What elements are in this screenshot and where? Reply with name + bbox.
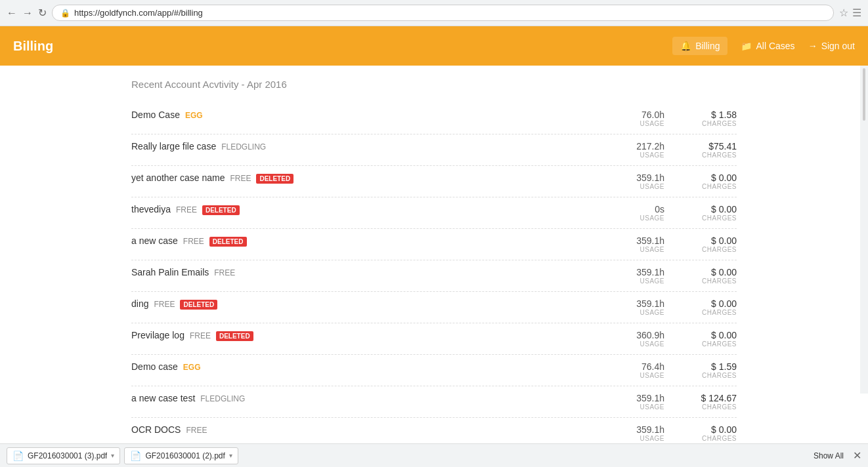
usage-value: 76.0h bbox=[641, 110, 664, 120]
charges-value: $ 0.00 bbox=[711, 173, 737, 183]
charges-value: $ 0.00 bbox=[711, 330, 737, 340]
usage-col: 76.0hUSAGE bbox=[599, 110, 664, 127]
table-row: thevediyaFREEDELETED0sUSAGE$ 0.00CHARGES bbox=[131, 197, 737, 229]
charges-value: $ 0.00 bbox=[711, 298, 737, 309]
case-name-cell: OCR DOCSFREE bbox=[131, 424, 592, 435]
billing-nav-link[interactable]: 🔔 Billing bbox=[672, 37, 727, 55]
case-name: a new case test bbox=[131, 393, 195, 403]
usage-col: 359.1hUSAGE bbox=[599, 235, 664, 253]
download-dropdown-arrow[interactable]: ▾ bbox=[229, 452, 232, 459]
downloads-list: 📄GF2016030001 (3).pdf▾📄GF2016030001 (2).… bbox=[7, 447, 242, 464]
case-name: a new case bbox=[131, 235, 178, 246]
sign-out-nav-icon: → bbox=[808, 41, 817, 51]
all-cases-nav-link[interactable]: 📁 All Cases bbox=[741, 41, 794, 51]
show-all-button[interactable]: Show All bbox=[808, 449, 849, 463]
case-tier-badge: FREE bbox=[230, 174, 251, 183]
charges-value: $ 0.00 bbox=[711, 424, 737, 435]
case-tier-badge: FREE bbox=[154, 300, 175, 309]
charges-label: CHARGES bbox=[702, 183, 737, 190]
table-row: Sarah Palin EmailsFREE359.1hUSAGE$ 0.00C… bbox=[131, 260, 737, 292]
case-name-cell: Sarah Palin EmailsFREE bbox=[131, 267, 592, 277]
menu-icon[interactable]: ☰ bbox=[852, 7, 861, 19]
usage-label: USAGE bbox=[640, 435, 664, 442]
case-tier-badge: FLEDGLING bbox=[200, 394, 245, 403]
case-name: yet another case name bbox=[131, 173, 225, 183]
case-tier-badge: FREE bbox=[214, 268, 235, 277]
charges-value: $ 1.59 bbox=[711, 361, 737, 372]
usage-value: 359.1h bbox=[636, 173, 664, 183]
usage-col: 359.1hUSAGE bbox=[599, 393, 664, 411]
billing-nav-label: Billing bbox=[695, 41, 720, 51]
case-name: Demo case bbox=[131, 361, 178, 372]
scrollbar[interactable] bbox=[860, 66, 868, 394]
download-item[interactable]: 📄GF2016030001 (3).pdf▾ bbox=[7, 447, 120, 464]
deleted-badge: DELETED bbox=[202, 205, 240, 215]
usage-col: 359.1hUSAGE bbox=[599, 298, 664, 316]
deleted-badge: DELETED bbox=[256, 174, 293, 184]
charges-value: $ 1.58 bbox=[711, 110, 737, 120]
table-row: yet another case nameFREEDELETED359.1hUS… bbox=[131, 166, 737, 197]
usage-label: USAGE bbox=[640, 246, 664, 253]
case-name-cell: dingFREEDELETED bbox=[131, 298, 592, 310]
charges-value: $ 0.00 bbox=[711, 204, 737, 214]
charges-label: CHARGES bbox=[702, 435, 737, 442]
table-row: Really large file caseFLEDGLING217.2hUSA… bbox=[131, 134, 737, 166]
charges-col: $ 1.58CHARGES bbox=[671, 110, 737, 127]
usage-col: 359.1hUSAGE bbox=[599, 267, 664, 285]
case-tier-badge: EGG bbox=[185, 111, 203, 120]
nav-links: 🔔 Billing 📁 All Cases → Sign out bbox=[672, 37, 855, 55]
charges-col: $ 0.00CHARGES bbox=[671, 424, 737, 442]
case-name: OCR DOCS bbox=[131, 424, 181, 435]
case-name: Demo Case bbox=[131, 110, 180, 120]
sign-out-nav-link[interactable]: → Sign out bbox=[808, 41, 855, 51]
usage-label: USAGE bbox=[640, 152, 664, 159]
reload-button[interactable]: ↻ bbox=[38, 7, 47, 19]
download-dropdown-arrow[interactable]: ▾ bbox=[111, 452, 114, 459]
usage-label: USAGE bbox=[640, 372, 664, 379]
back-button[interactable]: ← bbox=[7, 7, 17, 19]
usage-value: 359.1h bbox=[636, 393, 664, 403]
sign-out-nav-label: Sign out bbox=[821, 41, 855, 51]
case-tier-badge: FLEDGLING bbox=[221, 142, 266, 152]
charges-col: $ 0.00CHARGES bbox=[671, 173, 737, 190]
case-name-cell: yet another case nameFREEDELETED bbox=[131, 173, 592, 184]
usage-value: 217.2h bbox=[636, 141, 664, 152]
bookmark-icon[interactable]: ☆ bbox=[839, 7, 848, 19]
case-name: Sarah Palin Emails bbox=[131, 267, 209, 277]
case-name-cell: Previlage logFREEDELETED bbox=[131, 330, 592, 341]
charges-label: CHARGES bbox=[702, 277, 737, 285]
case-name-cell: thevediyaFREEDELETED bbox=[131, 204, 592, 215]
forward-button[interactable]: → bbox=[22, 7, 33, 19]
usage-value: 359.1h bbox=[636, 235, 664, 246]
case-name: thevediya bbox=[131, 204, 171, 214]
charges-label: CHARGES bbox=[702, 152, 737, 159]
case-tier-badge: FREE bbox=[183, 237, 204, 246]
charges-col: $ 0.00CHARGES bbox=[671, 298, 737, 316]
close-download-bar-button[interactable]: ✕ bbox=[853, 449, 861, 462]
scrollbar-thumb[interactable] bbox=[863, 68, 865, 121]
download-item[interactable]: 📄GF2016030001 (2).pdf▾ bbox=[124, 447, 238, 464]
usage-label: USAGE bbox=[640, 403, 664, 411]
usage-value: 359.1h bbox=[636, 424, 664, 435]
billing-nav-icon: 🔔 bbox=[680, 41, 691, 51]
charges-label: CHARGES bbox=[702, 309, 737, 316]
usage-col: 76.4hUSAGE bbox=[599, 361, 664, 379]
usage-value: 359.1h bbox=[636, 267, 664, 277]
deleted-badge: DELETED bbox=[180, 300, 217, 310]
download-file-icon: 📄 bbox=[130, 451, 141, 461]
charges-value: $75.41 bbox=[708, 141, 737, 152]
usage-value: 359.1h bbox=[636, 298, 664, 309]
case-name-cell: a new case testFLEDGLING bbox=[131, 393, 592, 403]
usage-value: 76.4h bbox=[641, 361, 664, 372]
top-nav: Billing 🔔 Billing 📁 All Cases → Sign out bbox=[0, 26, 868, 66]
charges-col: $ 124.67CHARGES bbox=[671, 393, 737, 411]
url-bar[interactable]: 🔒 https://goldfynch.com/app/#/billing bbox=[52, 5, 834, 21]
usage-col: 360.9hUSAGE bbox=[599, 330, 664, 348]
case-name-cell: Demo caseEGG bbox=[131, 361, 592, 372]
charges-label: CHARGES bbox=[702, 372, 737, 379]
download-bar: 📄GF2016030001 (3).pdf▾📄GF2016030001 (2).… bbox=[0, 443, 868, 467]
download-file-icon: 📄 bbox=[12, 451, 24, 461]
usage-value: 360.9h bbox=[636, 330, 664, 340]
charges-col: $ 0.00CHARGES bbox=[671, 235, 737, 253]
all-cases-nav-label: All Cases bbox=[756, 41, 794, 51]
